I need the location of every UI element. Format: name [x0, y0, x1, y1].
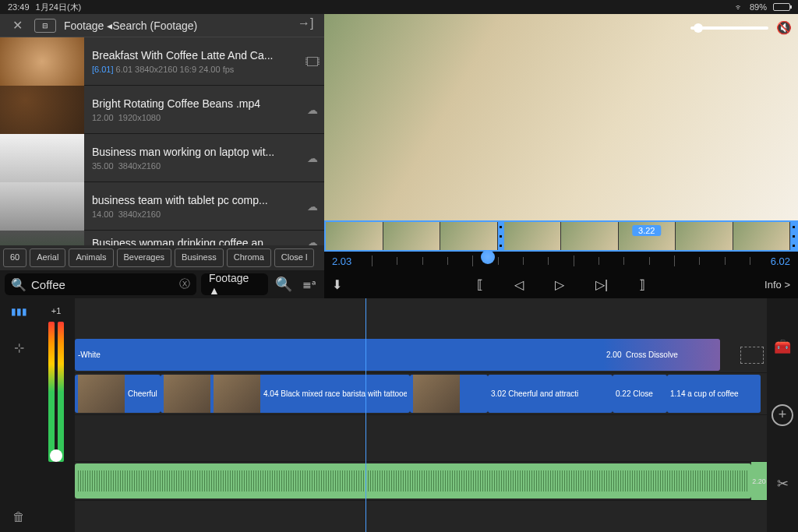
video-clip[interactable]: 0.22 Close [613, 375, 667, 413]
clip-thumbnail [78, 375, 125, 413]
playhead-knob[interactable] [481, 250, 495, 264]
view-toggle[interactable]: ⊟ [34, 19, 56, 33]
trim-handle-right[interactable] [790, 222, 796, 250]
title-clip[interactable]: -White [75, 339, 666, 371]
mark-in-button[interactable]: ⟦ [477, 277, 483, 292]
meter-label: +1 [37, 306, 75, 315]
time-start: 2.03 [332, 255, 351, 267]
footage-browser: ✕ ⊟ Footage ◂Search (Footage) →] Breakfa… [0, 14, 324, 298]
preview-panel: 🔇 3.22 2.03 6. [324, 14, 798, 298]
transition-clip[interactable]: 2.00 Cross Dissolve [603, 339, 720, 371]
category-button[interactable]: Animals [69, 248, 113, 267]
end-marker[interactable] [740, 347, 764, 364]
cloud-icon [301, 182, 324, 230]
meter-bar-right [58, 322, 64, 462]
footage-thumbnail [0, 86, 84, 134]
clip-label: Cheerful Afro-Am [128, 389, 157, 398]
footage-meta: [6.01] 6.01 3840x2160 16:9 24.00 fps [92, 65, 293, 74]
category-button[interactable]: Chroma [227, 248, 271, 267]
trash-icon[interactable]: 🗑 [12, 510, 25, 524]
battery-percent: 89% [750, 2, 767, 12]
sort-button[interactable]: ≣ᵃ [298, 273, 320, 295]
preview-image[interactable]: 🔇 [324, 14, 798, 220]
footage-item[interactable]: Bright Rotating Coffee Beans .mp4 12.00 … [0, 86, 324, 134]
trim-handle-left[interactable] [498, 222, 504, 250]
clip-time: 0.22 [616, 389, 630, 398]
filmstrip-frame[interactable] [676, 222, 733, 250]
filmstrip-frame[interactable] [383, 222, 441, 250]
info-button[interactable]: Info > [764, 279, 790, 291]
video-clip[interactable]: 4.04 Black mixed race barista with tatto… [161, 375, 410, 413]
footage-item[interactable]: business team with tablet pc comp... 14.… [0, 182, 324, 231]
next-button[interactable]: ▷| [595, 277, 608, 292]
clip-thumbnail [413, 375, 460, 413]
scissors-icon[interactable]: ✂ [777, 475, 789, 492]
time-ruler[interactable]: 2.03 6.02 [324, 252, 798, 270]
filmstrip-frame[interactable] [504, 222, 562, 250]
audio-meter[interactable]: +1 [37, 298, 75, 532]
filmstrip-frame[interactable] [733, 222, 791, 250]
brightness-slider[interactable] [690, 26, 768, 30]
play-button[interactable]: ▷ [555, 277, 564, 292]
filmstrip-frame[interactable]: 3.22 [619, 222, 676, 250]
close-button[interactable]: ✕ [8, 16, 26, 35]
search-button[interactable]: 🔍 [273, 273, 294, 295]
eq-icon[interactable]: ▮▮▮ [11, 306, 27, 317]
mute-icon[interactable]: 🔇 [776, 20, 792, 35]
time-badge: 3.22 [632, 225, 661, 236]
clip-thumbnail [214, 375, 260, 413]
time-end: 6.02 [771, 255, 790, 267]
category-row[interactable]: 60 Aerial Animals Beverages Business Chr… [0, 245, 324, 270]
exit-icon[interactable]: →] [298, 16, 316, 35]
prev-button[interactable]: ◁ [514, 277, 524, 292]
mark-out-button[interactable]: ⟧ [639, 277, 645, 292]
footage-item[interactable]: Business man working on laptop wit... 35… [0, 134, 324, 182]
filmstrip-frame[interactable] [326, 222, 383, 250]
footage-meta: 35.00 3840x2160 [92, 161, 293, 171]
video-track[interactable]: Cheerful Afro-Am 4.04 Black mixed race b… [75, 373, 767, 415]
footage-meta: 12.00 1920x1080 [92, 113, 293, 122]
video-clip[interactable]: Cheerful Afro-Am [75, 375, 161, 413]
audio-waveform [78, 470, 748, 491]
category-button[interactable]: Aerial [30, 248, 65, 267]
category-button[interactable]: Beverages [117, 248, 172, 267]
filter-dropdown[interactable]: Footage ▲ [201, 273, 268, 295]
footage-item[interactable]: Business woman drinking coffee an... [0, 231, 324, 245]
clear-search-button[interactable]: ⓧ [179, 277, 190, 291]
search-icon: 🔍 [11, 277, 26, 292]
video-clip[interactable]: 1.14 a cup of coffee [667, 375, 761, 413]
clip-label: Cheerful and attracti [508, 389, 609, 398]
category-button[interactable]: 60 [3, 248, 26, 267]
search-field[interactable]: 🔍 ⓧ [5, 273, 196, 295]
status-date: 1月24日(木) [36, 2, 82, 13]
footage-thumbnail [0, 37, 84, 86]
spacer-track[interactable] [75, 415, 767, 462]
video-clip[interactable] [410, 375, 488, 413]
playhead-line[interactable] [365, 298, 366, 532]
clip-time: 3.02 [491, 389, 506, 398]
title-track[interactable]: -White 2.00 Cross Dissolve [75, 337, 767, 373]
filmstrip[interactable]: 3.22 [324, 220, 798, 252]
category-button[interactable]: Close l [274, 248, 315, 267]
footage-title: Breakfast With Coffee Latte And Ca... [92, 49, 293, 62]
footage-item[interactable]: Breakfast With Coffee Latte And Ca... [6… [0, 37, 324, 86]
clip-time: 1.14 [670, 389, 685, 398]
transition-time: 2.00 [606, 351, 621, 359]
audio-clip[interactable] [75, 463, 751, 499]
timeline-tracks[interactable]: -White 2.00 Cross Dissolve Cheerful Afro… [75, 298, 767, 532]
search-input[interactable] [31, 278, 179, 291]
toolbox-icon[interactable]: 🧰 [774, 338, 791, 355]
footage-list[interactable]: Breakfast With Coffee Latte And Ca... [6… [0, 37, 324, 245]
insert-button[interactable]: ⬇ [332, 277, 342, 292]
track-tool[interactable]: ⊹ [14, 340, 24, 355]
filmstrip-frame[interactable] [561, 222, 619, 250]
transport-bar: ⬇ ⟦ ◁ ▷ ▷| ⟧ Info > [324, 270, 798, 298]
filmstrip-frame[interactable] [440, 222, 498, 250]
video-clip[interactable]: 3.02 Cheerful and attracti [488, 375, 613, 413]
category-button[interactable]: Business [175, 248, 224, 267]
audio-track[interactable]: 2.20 [75, 462, 767, 501]
add-button[interactable]: + [772, 404, 793, 426]
volume-knob[interactable] [50, 449, 62, 462]
breadcrumb[interactable]: Footage ◂Search (Footage) [64, 19, 290, 32]
audio-end-badge: 2.20 [751, 462, 767, 500]
